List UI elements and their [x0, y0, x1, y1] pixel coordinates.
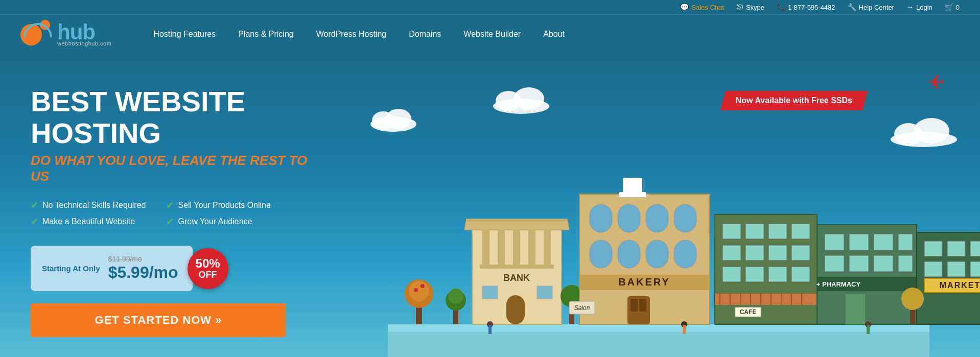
- svg-rect-41: [590, 240, 612, 268]
- svg-rect-37: [590, 204, 612, 232]
- svg-rect-38: [618, 204, 640, 232]
- svg-rect-101: [488, 325, 492, 334]
- svg-rect-54: [745, 224, 764, 239]
- svg-rect-43: [646, 240, 668, 268]
- cloud-2: [491, 86, 552, 116]
- nav-plans-pricing[interactable]: Plans & Pricing: [227, 26, 305, 43]
- skype-link[interactable]: 🄢 Skype: [736, 3, 764, 11]
- hero-illustration: Now Available with Free SSDs ✈: [337, 55, 980, 357]
- nav-website-builder[interactable]: Website Builder: [452, 26, 532, 43]
- header: hub webhostinghub.com Hosting Features P…: [0, 14, 980, 55]
- svg-text:BAKERY: BAKERY: [618, 276, 670, 288]
- nav-about[interactable]: About: [532, 26, 576, 43]
- hero-content: BEST WEBSITE HOSTING DO WHAT YOU LOVE, L…: [0, 55, 337, 357]
- pricing-details: $11.99/mo $5.99/mo: [108, 255, 178, 282]
- svg-point-18: [448, 289, 463, 304]
- svg-point-5: [514, 87, 544, 110]
- svg-rect-79: [849, 234, 869, 250]
- svg-rect-56: [791, 224, 810, 239]
- feature-3: ✔ Sell Your Products Online: [166, 200, 270, 211]
- cart-link[interactable]: 🛒 0: [945, 3, 960, 11]
- svg-rect-84: [874, 255, 893, 272]
- svg-rect-62: [745, 267, 764, 282]
- svg-rect-30: [482, 286, 498, 299]
- svg-point-2: [386, 109, 411, 129]
- login-link[interactable]: → Login: [906, 3, 932, 11]
- nav-hosting-features[interactable]: Hosting Features: [142, 26, 227, 43]
- feature-list: ✔ No Technical Skills Required ✔ Make a …: [31, 200, 317, 227]
- svg-rect-59: [768, 245, 787, 260]
- svg-marker-20: [464, 221, 569, 230]
- svg-rect-63: [768, 267, 787, 282]
- svg-rect-44: [674, 240, 696, 268]
- discount-badge: 50% OFF: [188, 248, 228, 289]
- help-center-link[interactable]: 🔧 Help Center: [848, 3, 894, 11]
- sales-chat-link[interactable]: 💬 Sales Chat: [680, 3, 724, 11]
- svg-rect-92: [970, 241, 980, 256]
- svg-point-13: [409, 281, 429, 301]
- svg-rect-64: [791, 267, 810, 282]
- phone-link[interactable]: 📞 1-877-595-4482: [777, 3, 835, 11]
- svg-rect-36: [619, 192, 646, 197]
- feature-col-2: ✔ Sell Your Products Online ✔ Grow Your …: [166, 200, 270, 227]
- wrench-icon: 🔧: [848, 3, 856, 11]
- login-icon: →: [906, 3, 914, 11]
- svg-rect-10: [388, 332, 929, 357]
- hero-section: BEST WEBSITE HOSTING DO WHAT YOU LOVE, L…: [0, 55, 980, 357]
- svg-rect-21: [466, 219, 568, 222]
- svg-rect-85: [898, 255, 913, 272]
- svg-rect-24: [513, 230, 520, 266]
- svg-rect-82: [825, 255, 844, 272]
- top-bar: 💬 Sales Chat 🄢 Skype 📞 1-877-595-4482 🔧 …: [0, 0, 980, 14]
- main-nav: Hosting Features Plans & Pricing WordPre…: [142, 26, 576, 43]
- svg-rect-105: [867, 325, 870, 334]
- cta-button[interactable]: GET STARTED NOW »: [31, 303, 286, 337]
- feature-1: ✔ No Technical Skills Required: [31, 200, 146, 211]
- svg-rect-61: [722, 267, 741, 282]
- svg-rect-60: [791, 245, 810, 260]
- pricing-current: $5.99/mo: [108, 263, 178, 282]
- logo-link[interactable]: hub webhostinghub.com: [20, 20, 111, 48]
- cart-icon: 🛒: [945, 3, 953, 11]
- svg-rect-91: [947, 241, 965, 256]
- svg-rect-93: [924, 261, 942, 277]
- chat-icon: 💬: [680, 3, 689, 11]
- ssd-banner: Now Available with Free SSDs: [720, 91, 868, 110]
- svg-point-15: [421, 284, 425, 288]
- logo-text: hub webhostinghub.com: [57, 21, 111, 46]
- check-icon-3: ✔: [166, 200, 174, 211]
- svg-rect-57: [722, 245, 741, 260]
- svg-text:MARKET: MARKET: [940, 281, 980, 290]
- svg-rect-55: [768, 224, 787, 239]
- svg-rect-39: [646, 204, 668, 232]
- svg-rect-31: [537, 286, 552, 299]
- svg-rect-40: [674, 204, 696, 232]
- pricing-label: Starting At Only: [42, 264, 100, 274]
- cloud-1: [368, 106, 419, 134]
- feature-col-1: ✔ No Technical Skills Required ✔ Make a …: [31, 200, 146, 227]
- pricing-row: Starting At Only $11.99/mo $5.99/mo 50% …: [31, 246, 317, 291]
- nav-wordpress-hosting[interactable]: WordPress Hosting: [305, 26, 398, 43]
- svg-rect-103: [683, 325, 686, 334]
- nav-domains[interactable]: Domains: [398, 26, 452, 43]
- svg-text:+ PHARMACY: + PHARMACY: [816, 280, 861, 288]
- pricing-box: Starting At Only $11.99/mo $5.99/mo: [31, 246, 193, 291]
- svg-text:CAFE: CAFE: [740, 308, 757, 316]
- ssd-banner-text: Now Available with Free SSDs: [720, 91, 868, 110]
- svg-rect-81: [898, 234, 913, 250]
- check-icon-1: ✔: [31, 200, 38, 211]
- feature-4: ✔ Grow Your Audience: [166, 216, 270, 227]
- svg-text:BANK: BANK: [503, 273, 530, 283]
- svg-point-8: [914, 118, 949, 144]
- svg-rect-88: [845, 294, 866, 324]
- svg-rect-25: [528, 230, 535, 266]
- svg-rect-29: [506, 295, 525, 324]
- airplane-icon: ✈: [927, 70, 944, 94]
- svg-rect-22: [482, 230, 489, 266]
- cloud-3: [888, 116, 960, 149]
- town-scene: BANK BAKERY: [337, 143, 980, 357]
- svg-rect-26: [544, 230, 551, 266]
- logo-icon: [20, 20, 55, 48]
- svg-rect-49: [639, 299, 646, 312]
- check-icon-2: ✔: [31, 216, 38, 227]
